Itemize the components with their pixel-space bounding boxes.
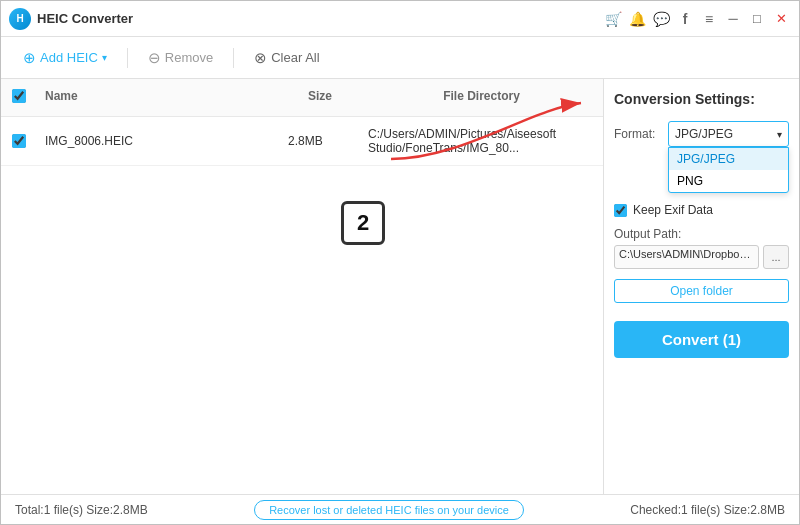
status-bar: Total:1 file(s) Size:2.8MB Recover lost … xyxy=(1,494,799,524)
option-png[interactable]: PNG xyxy=(669,170,788,192)
toolbar-divider-2 xyxy=(233,48,234,68)
format-row: Format: JPG/JPEG ▾ JPG/JPEG PNG xyxy=(614,121,789,147)
maximize-button[interactable]: □ xyxy=(747,9,767,29)
exif-label: Keep Exif Data xyxy=(633,203,713,217)
right-panel: Conversion Settings: Format: JPG/JPEG ▾ … xyxy=(604,79,799,494)
recover-button[interactable]: Recover lost or deleted HEIC files on yo… xyxy=(254,500,524,520)
remove-icon: ⊖ xyxy=(148,49,161,67)
cart-icon[interactable]: 🛒 xyxy=(603,9,623,29)
format-select[interactable]: JPG/JPEG ▾ xyxy=(668,121,789,147)
convert-button[interactable]: Convert (1) xyxy=(614,321,789,358)
minimize-button[interactable]: ─ xyxy=(723,9,743,29)
main-content: Name Size File Directory IMG_8006.HEIC 2… xyxy=(1,79,799,494)
output-label: Output Path: xyxy=(614,227,789,241)
toolbar-divider-1 xyxy=(127,48,128,68)
open-folder-button[interactable]: Open folder xyxy=(614,279,789,303)
remove-button[interactable]: ⊖ Remove xyxy=(138,45,223,71)
status-total: Total:1 file(s) Size:2.8MB xyxy=(15,503,148,517)
row-name: IMG_8006.HEIC xyxy=(37,130,280,152)
table-header: Name Size File Directory xyxy=(1,79,603,117)
clear-all-button[interactable]: ⊗ Clear All xyxy=(244,45,329,71)
menu-icon[interactable]: ≡ xyxy=(699,9,719,29)
format-dropdown: JPG/JPEG PNG xyxy=(668,147,789,193)
title-controls: 🛒 🔔 💬 f ≡ ─ □ ✕ xyxy=(603,9,791,29)
format-select-wrapper: JPG/JPEG ▾ JPG/JPEG PNG xyxy=(668,121,789,147)
output-path-row: C:\Users\ADMIN\Dropbox\PC\ ... xyxy=(614,245,789,269)
recover-link: Recover lost or deleted HEIC files on yo… xyxy=(148,500,631,520)
clear-icon: ⊗ xyxy=(254,49,267,67)
row-check xyxy=(1,130,37,152)
app-title: HEIC Converter xyxy=(37,11,133,26)
format-arrow-icon: ▾ xyxy=(777,129,782,140)
row-size: 2.8MB xyxy=(280,130,360,152)
add-icon: ⊕ xyxy=(23,49,36,67)
app-logo: H xyxy=(9,8,31,30)
table-body: IMG_8006.HEIC 2.8MB C:/Users/ADMIN/Pictu… xyxy=(1,117,603,494)
row-directory: C:/Users/ADMIN/Pictures/Aiseesoft Studio… xyxy=(360,123,603,159)
toolbar: ⊕ Add HEIC ▾ ⊖ Remove ⊗ Clear All xyxy=(1,37,799,79)
close-button[interactable]: ✕ xyxy=(771,9,791,29)
table-row: IMG_8006.HEIC 2.8MB C:/Users/ADMIN/Pictu… xyxy=(1,117,603,166)
bell-icon[interactable]: 🔔 xyxy=(627,9,647,29)
col-directory: File Directory xyxy=(360,85,603,110)
col-size: Size xyxy=(280,85,360,110)
select-all-checkbox[interactable] xyxy=(12,89,26,103)
option-jpg[interactable]: JPG/JPEG xyxy=(669,148,788,170)
output-path: C:\Users\ADMIN\Dropbox\PC\ xyxy=(614,245,759,269)
status-checked: Checked:1 file(s) Size:2.8MB xyxy=(630,503,785,517)
col-check xyxy=(1,85,37,110)
exif-checkbox[interactable] xyxy=(614,204,627,217)
row-checkbox[interactable] xyxy=(12,134,26,148)
chat-icon[interactable]: 💬 xyxy=(651,9,671,29)
file-area: Name Size File Directory IMG_8006.HEIC 2… xyxy=(1,79,604,494)
exif-row: Keep Exif Data xyxy=(614,203,789,217)
output-section: Output Path: C:\Users\ADMIN\Dropbox\PC\ … xyxy=(614,227,789,269)
step-2-marker: 2 xyxy=(341,201,385,245)
add-dropdown-arrow: ▾ xyxy=(102,52,107,63)
panel-title: Conversion Settings: xyxy=(614,91,789,107)
facebook-icon[interactable]: f xyxy=(675,9,695,29)
add-heic-button[interactable]: ⊕ Add HEIC ▾ xyxy=(13,45,117,71)
format-label: Format: xyxy=(614,127,662,141)
col-name: Name xyxy=(37,85,280,110)
browse-button[interactable]: ... xyxy=(763,245,789,269)
title-bar: H HEIC Converter 🛒 🔔 💬 f ≡ ─ □ ✕ xyxy=(1,1,799,37)
